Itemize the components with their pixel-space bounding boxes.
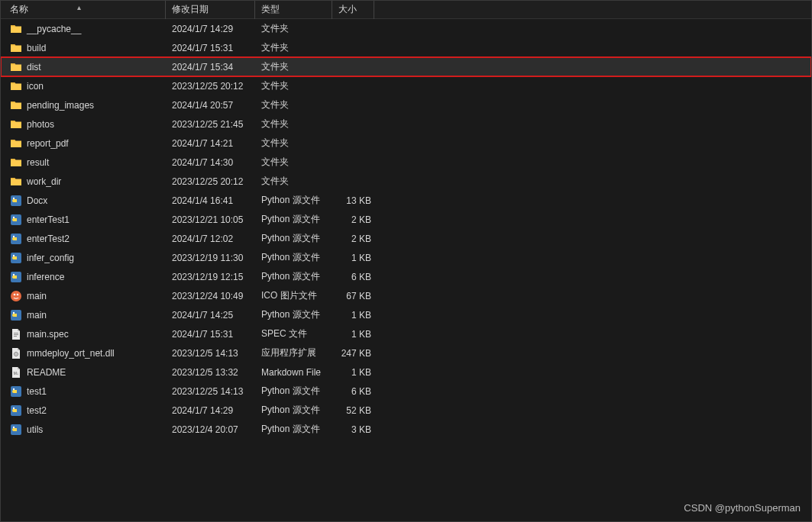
file-date-cell: 2024/1/7 14:25	[166, 310, 255, 321]
file-name-label: enterTest2	[27, 234, 70, 244]
file-name-cell: work_dir	[1, 176, 166, 188]
file-row[interactable]: enterTest12023/12/21 10:05Python 源文件2 KB	[1, 210, 811, 229]
file-size-cell: 1 KB	[332, 329, 374, 340]
file-type-cell: 文件夹	[255, 41, 332, 54]
column-header-row: 名称 ▴ 修改日期 类型 大小	[1, 1, 811, 19]
file-name-cell: report_pdf	[1, 137, 166, 150]
column-header-name[interactable]: 名称 ▴	[1, 0, 166, 19]
file-row[interactable]: work_dir2023/12/25 20:12文件夹	[1, 172, 811, 191]
file-row[interactable]: main2023/12/24 10:49ICO 图片文件67 KB	[1, 286, 811, 305]
file-type-cell: 应用程序扩展	[255, 346, 332, 359]
file-date-cell: 2023/12/5 14:13	[166, 348, 255, 359]
file-name-cell: Docx	[1, 195, 166, 207]
folder-icon	[10, 156, 22, 169]
file-type-cell: 文件夹	[255, 22, 332, 35]
file-type-cell: Python 源文件	[255, 404, 332, 417]
file-row[interactable]: test22024/1/7 14:29Python 源文件52 KB	[1, 401, 811, 420]
svg-point-22	[13, 388, 15, 389]
file-name-cell: mmdeploy_ort_net.dll	[1, 347, 166, 359]
file-name-cell: utils	[1, 424, 166, 436]
py-icon	[10, 233, 22, 245]
file-row[interactable]: report_pdf2024/1/7 14:21文件夹	[1, 134, 811, 153]
file-date-cell: 2024/1/7 14:30	[166, 157, 255, 168]
column-header-date-label: 修改日期	[172, 4, 209, 14]
file-row[interactable]: utils2023/12/4 20:07Python 源文件3 KB	[1, 420, 811, 439]
column-header-size-label: 大小	[338, 4, 357, 14]
file-row[interactable]: dist2024/1/7 15:34文件夹	[1, 57, 811, 76]
file-date-cell: 2024/1/7 14:29	[166, 405, 255, 416]
file-name-label: main.spec	[27, 329, 69, 340]
file-row[interactable]: build2024/1/7 15:31文件夹	[1, 38, 811, 57]
file-row[interactable]: M↓README2023/12/5 13:32Markdown File1 KB	[1, 362, 811, 382]
file-type-cell: Python 源文件	[255, 194, 332, 207]
file-type-cell: 文件夹	[255, 137, 332, 150]
file-type-cell: 文件夹	[255, 79, 332, 92]
svg-text:M↓: M↓	[14, 371, 19, 375]
file-date-cell: 2024/1/7 12:02	[166, 234, 255, 244]
file-date-cell: 2024/1/7 15:31	[166, 329, 255, 340]
file-row[interactable]: __pycache__2024/1/7 14:29文件夹	[1, 19, 811, 38]
file-date-cell: 2024/1/4 20:57	[166, 100, 255, 111]
file-row[interactable]: pending_images2024/1/4 20:57文件夹	[1, 95, 811, 114]
file-row[interactable]: icon2023/12/25 20:12文件夹	[1, 76, 811, 95]
file-row[interactable]: enterTest22024/1/7 12:02Python 源文件2 KB	[1, 229, 811, 248]
file-date-cell: 2023/12/25 20:12	[166, 81, 255, 92]
py-icon	[10, 271, 22, 283]
file-list: __pycache__2024/1/7 14:29文件夹build2024/1/…	[1, 19, 811, 439]
file-name-cell: pending_images	[1, 99, 166, 111]
file-name-label: dist	[27, 62, 41, 72]
file-date-cell: 2023/12/25 14:13	[166, 386, 255, 397]
file-row[interactable]: inference2023/12/19 12:15Python 源文件6 KB	[1, 267, 811, 286]
file-row[interactable]: Docx2024/1/4 16:41Python 源文件13 KB	[1, 191, 811, 210]
file-name-label: work_dir	[27, 176, 61, 187]
file-date-cell: 2024/1/7 15:31	[166, 43, 255, 53]
file-name-label: icon	[27, 81, 44, 92]
file-size-cell: 1 KB	[332, 367, 374, 378]
file-date-cell: 2023/12/5 13:32	[166, 367, 255, 378]
svg-point-12	[17, 293, 19, 295]
file-name-cell: icon	[1, 80, 166, 92]
watermark: CSDN @pythonSuperman	[684, 502, 801, 514]
file-date-cell: 2024/1/7 14:29	[166, 24, 255, 34]
svg-point-11	[14, 293, 16, 295]
svg-rect-17	[14, 336, 17, 337]
column-header-type-label: 类型	[261, 4, 280, 14]
file-size-cell: 3 KB	[332, 424, 374, 435]
file-date-cell: 2024/1/4 16:41	[166, 195, 255, 206]
folder-icon	[10, 137, 22, 150]
file-row[interactable]: mmdeploy_ort_net.dll2023/12/5 14:13应用程序扩…	[1, 343, 811, 362]
file-date-cell: 2023/12/19 11:30	[166, 253, 255, 263]
file-size-cell: 52 KB	[332, 405, 374, 416]
file-row[interactable]: infer_config2023/12/19 11:30Python 源文件1 …	[1, 248, 811, 267]
svg-point-3	[13, 216, 15, 218]
svg-point-24	[13, 407, 15, 408]
file-row[interactable]: photos2023/12/25 21:45文件夹	[1, 114, 811, 134]
sort-ascending-icon: ▴	[77, 3, 81, 11]
file-type-cell: SPEC 文件	[255, 327, 332, 340]
file-type-cell: 文件夹	[255, 60, 332, 73]
file-name-label: Docx	[27, 195, 47, 206]
file-size-cell: 2 KB	[332, 234, 374, 244]
file-name-label: infer_config	[27, 253, 74, 263]
file-row[interactable]: test12023/12/25 14:13Python 源文件6 KB	[1, 382, 811, 401]
file-row[interactable]: result2024/1/7 14:30文件夹	[1, 153, 811, 172]
svg-point-1	[13, 197, 15, 198]
column-header-size[interactable]: 大小	[332, 0, 374, 19]
file-size-cell: 67 KB	[332, 291, 374, 301]
folder-icon	[10, 23, 22, 35]
file-name-cell: main	[1, 290, 166, 302]
column-header-name-label: 名称	[10, 4, 28, 14]
column-header-date[interactable]: 修改日期	[166, 0, 255, 19]
file-name-label: build	[27, 43, 46, 53]
file-date-cell: 2023/12/21 10:05	[166, 214, 255, 225]
file-size-cell: 247 KB	[332, 348, 374, 359]
file-name-cell: result	[1, 156, 166, 169]
file-row[interactable]: main2024/1/7 14:25Python 源文件1 KB	[1, 305, 811, 324]
svg-point-14	[13, 311, 15, 313]
file-row[interactable]: main.spec2024/1/7 15:31SPEC 文件1 KB	[1, 324, 811, 343]
file-type-cell: Python 源文件	[255, 251, 332, 264]
file-type-cell: Python 源文件	[255, 213, 332, 226]
file-type-cell: Python 源文件	[255, 308, 332, 321]
folder-icon	[10, 118, 22, 130]
column-header-type[interactable]: 类型	[255, 0, 332, 19]
